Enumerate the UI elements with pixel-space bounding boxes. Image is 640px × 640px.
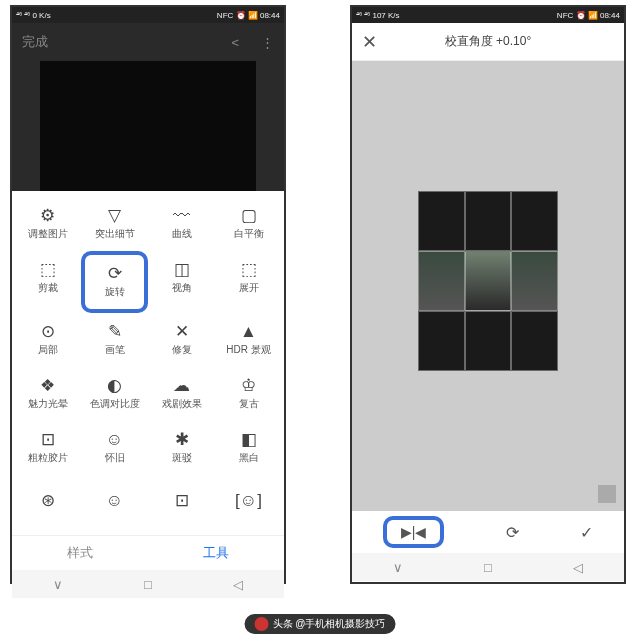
tool-16[interactable]: ⊡粗粒胶片 — [14, 421, 81, 475]
tool-icon: ◧ — [241, 431, 257, 448]
tool-4[interactable]: ⬚剪裁 — [14, 251, 81, 305]
tool-label: 怀旧 — [105, 451, 125, 465]
tool-label: 画笔 — [105, 343, 125, 357]
tool-label: 局部 — [38, 343, 58, 357]
tool-icon: ⚙ — [40, 207, 55, 224]
tool-7[interactable]: ⬚展开 — [215, 251, 282, 305]
tool-icon: ⊡ — [41, 431, 55, 448]
tool-label: 斑驳 — [172, 451, 192, 465]
nav-recent-icon[interactable]: ◁ — [233, 577, 243, 592]
tool-icon: ⬚ — [40, 261, 56, 278]
angle-title: 校直角度 +0.10° — [445, 33, 532, 50]
share-icon[interactable]: < — [231, 35, 239, 50]
preview-dimmed: 完成 <⋮ — [12, 23, 284, 191]
rotate-icon[interactable]: ⟳ — [506, 523, 519, 542]
tool-label: 魅力光晕 — [28, 397, 68, 411]
tool-label: 修复 — [172, 343, 192, 357]
tool-icon: ◫ — [174, 261, 190, 278]
tool-label: 旋转 — [105, 285, 125, 299]
credit-badge: 头条 @手机相机摄影技巧 — [245, 614, 396, 634]
tool-label: 曲线 — [172, 227, 192, 241]
status-right: NFC ⏰ 📶 08:44 — [557, 11, 620, 20]
flip-button[interactable]: ▶|◀ — [383, 516, 445, 548]
tool-14[interactable]: ☁戏剧效果 — [148, 367, 215, 421]
tool-icon: ✱ — [175, 431, 189, 448]
tool-label: 视角 — [172, 281, 192, 295]
tool-label: 粗粒胶片 — [28, 451, 68, 465]
tool-20[interactable]: ⊛ — [14, 475, 81, 529]
tools-grid: ⚙调整图片▽突出细节〰曲线▢白平衡⬚剪裁⟳旋转◫视角⬚展开⊙局部✎画笔✕修复▲H… — [12, 191, 284, 535]
tool-label: 色调对比度 — [90, 397, 140, 411]
tool-11[interactable]: ▲HDR 景观 — [215, 313, 282, 367]
tool-9[interactable]: ✎画笔 — [81, 313, 148, 367]
tool-icon: ◐ — [107, 377, 122, 394]
tool-15[interactable]: ♔复古 — [215, 367, 282, 421]
tool-icon: ☁ — [173, 377, 190, 394]
tool-8[interactable]: ⊙局部 — [14, 313, 81, 367]
nav-back-icon[interactable]: ∨ — [53, 577, 63, 592]
tool-label: 调整图片 — [28, 227, 68, 241]
tool-icon: ▢ — [241, 207, 257, 224]
more-icon[interactable]: ⋮ — [261, 35, 274, 50]
tool-icon: ✎ — [108, 323, 122, 340]
tool-12[interactable]: ❖魅力光晕 — [14, 367, 81, 421]
tool-label: 展开 — [239, 281, 259, 295]
tool-label: 剪裁 — [38, 281, 58, 295]
done-button[interactable]: 完成 — [22, 33, 48, 51]
tool-label: 突出细节 — [95, 227, 135, 241]
status-right: NFC ⏰ 📶 08:44 — [217, 11, 280, 20]
tool-5[interactable]: ⟳旋转 — [81, 251, 148, 313]
tool-icon: ☺ — [106, 431, 123, 448]
tool-icon: ❖ — [40, 377, 55, 394]
tool-icon: ⊙ — [41, 323, 55, 340]
tool-icon: ⬚ — [241, 261, 257, 278]
tool-13[interactable]: ◐色调对比度 — [81, 367, 148, 421]
tool-icon: ▲ — [240, 323, 257, 340]
tool-icon: [☺] — [235, 492, 262, 509]
nav-home-icon[interactable]: □ — [144, 577, 152, 592]
rotate-canvas[interactable] — [352, 61, 624, 511]
avatar-icon — [255, 617, 269, 631]
image-preview — [40, 61, 256, 191]
tool-icon: ▽ — [108, 207, 121, 224]
tool-19[interactable]: ◧黑白 — [215, 421, 282, 475]
tool-label: 白平衡 — [234, 227, 264, 241]
tab-styles[interactable]: 样式 — [12, 536, 148, 570]
tab-tools[interactable]: 工具 — [148, 536, 284, 570]
confirm-icon[interactable]: ✓ — [580, 523, 593, 542]
tool-icon: ⊛ — [41, 492, 55, 509]
tool-icon: ♔ — [241, 377, 256, 394]
tool-icon: ☺ — [106, 492, 123, 509]
android-nav: ∨ □ ◁ — [12, 570, 284, 598]
tool-21[interactable]: ☺ — [81, 475, 148, 529]
tool-icon: ⊡ — [175, 492, 189, 509]
tool-3[interactable]: ▢白平衡 — [215, 197, 282, 251]
nav-back-icon[interactable]: ∨ — [393, 560, 403, 575]
bookmark-icon[interactable] — [598, 485, 616, 503]
android-nav: ∨ □ ◁ — [352, 553, 624, 581]
tool-icon: ⟳ — [108, 265, 122, 282]
tool-icon: 〰 — [173, 207, 190, 224]
tool-2[interactable]: 〰曲线 — [148, 197, 215, 251]
tool-22[interactable]: ⊡ — [148, 475, 215, 529]
tool-label: HDR 景观 — [226, 343, 270, 357]
status-left: ⁴⁶ ⁴⁶ 0 K/s — [16, 11, 51, 20]
tool-17[interactable]: ☺怀旧 — [81, 421, 148, 475]
tool-0[interactable]: ⚙调整图片 — [14, 197, 81, 251]
tool-10[interactable]: ✕修复 — [148, 313, 215, 367]
tool-label: 黑白 — [239, 451, 259, 465]
status-left: ⁴⁶ ⁴⁶ 107 K/s — [356, 11, 400, 20]
nav-recent-icon[interactable]: ◁ — [573, 560, 583, 575]
tool-label: 戏剧效果 — [162, 397, 202, 411]
crop-grid — [418, 191, 558, 371]
tool-icon: ✕ — [175, 323, 189, 340]
tool-18[interactable]: ✱斑驳 — [148, 421, 215, 475]
nav-home-icon[interactable]: □ — [484, 560, 492, 575]
tool-1[interactable]: ▽突出细节 — [81, 197, 148, 251]
tool-6[interactable]: ◫视角 — [148, 251, 215, 305]
tool-23[interactable]: [☺] — [215, 475, 282, 529]
close-icon[interactable]: ✕ — [362, 31, 377, 53]
tool-label: 复古 — [239, 397, 259, 411]
